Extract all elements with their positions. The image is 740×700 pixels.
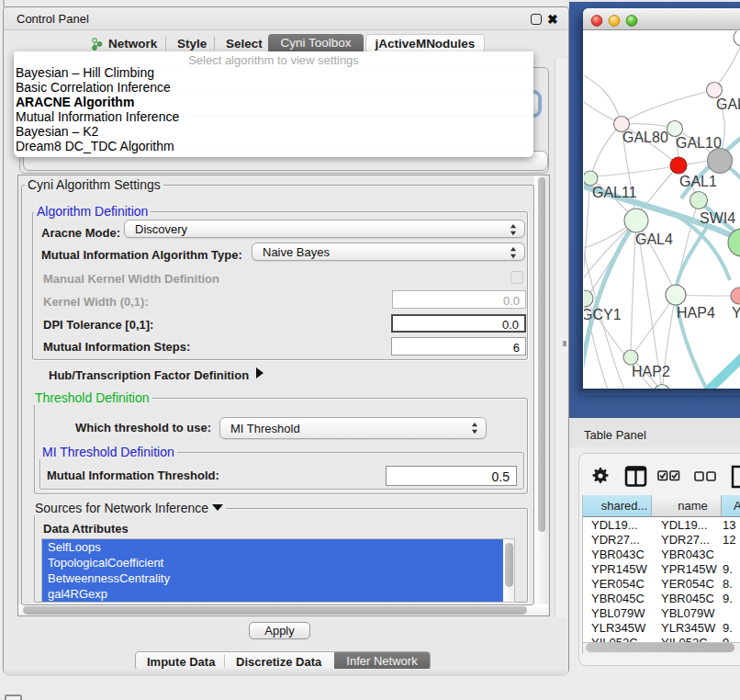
svg-text:SWI4: SWI4 (700, 210, 735, 226)
svg-text:Y: Y (732, 305, 740, 321)
svg-text:GAL: GAL (716, 96, 740, 112)
svg-text:GAL11: GAL11 (592, 185, 637, 200)
svg-text:GAL4: GAL4 (635, 231, 673, 247)
svg-text:GAL80: GAL80 (622, 130, 668, 145)
svg-text:HAP4: HAP4 (677, 305, 715, 321)
svg-text:GCY1: GCY1 (584, 307, 622, 322)
svg-text:GAL1: GAL1 (679, 174, 717, 189)
svg-text:GAL10: GAL10 (676, 135, 722, 151)
svg-text:HAP2: HAP2 (632, 364, 670, 379)
